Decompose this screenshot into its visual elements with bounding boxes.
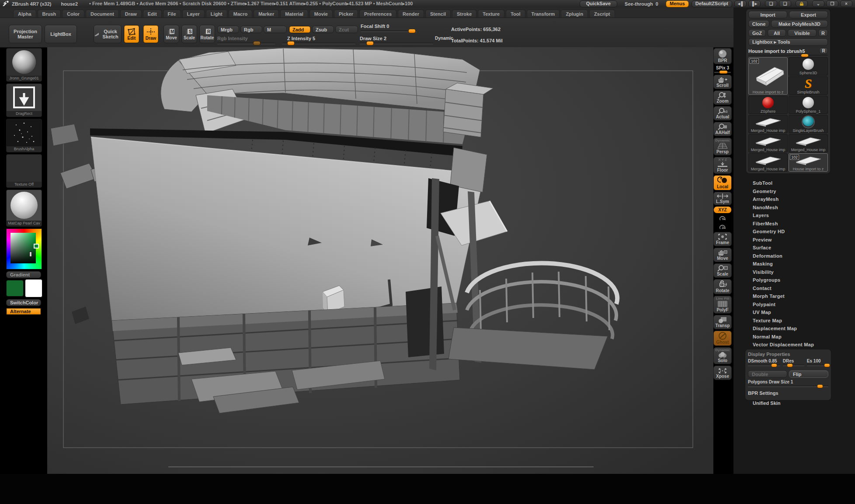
section-polypaint[interactable]: Polypaint (753, 300, 849, 309)
make-polymesh3d-button[interactable]: Make PolyMesh3D (771, 20, 828, 28)
scale-button[interactable]: S Scale (181, 25, 197, 43)
tool-r-button[interactable]: R (819, 48, 828, 54)
focal-shift-slider[interactable]: Focal Shift 0 (361, 24, 417, 32)
close-icon[interactable]: × (840, 0, 852, 7)
polygons-draw-size-slider[interactable]: Polygons Draw Size 1 (748, 380, 828, 387)
menu-marker[interactable]: Marker (254, 10, 279, 17)
draw-size-slider[interactable]: Draw Size 2 (360, 36, 433, 44)
rotate-button[interactable]: R Rotate (199, 25, 215, 43)
current-alpha[interactable]: BrushAlpha (6, 119, 42, 152)
menu-color[interactable]: Color (62, 10, 84, 17)
lightbox-tools-button[interactable]: Lightbox ▸ Tools (748, 38, 828, 46)
window-layer-back-icon[interactable]: ❏ (765, 0, 777, 7)
menu-document[interactable]: Document (86, 10, 119, 17)
shift-left-icon[interactable]: ◄▌ (734, 0, 747, 7)
default-zscript-button[interactable]: DefaultZScript (692, 0, 732, 7)
l-sym-button[interactable]: L.Sym (713, 192, 732, 205)
section-subtool[interactable]: SubTool (753, 179, 849, 187)
edit-button[interactable]: Edit (124, 25, 139, 43)
ghost-button[interactable]: Ghost (713, 331, 732, 346)
current-brush[interactable]: Jronn_Grunge01 (6, 48, 42, 82)
quicksave-button[interactable]: QuickSave (580, 0, 617, 7)
see-through-label[interactable]: See-through (625, 1, 653, 7)
tool-thumb-7[interactable]: Merged_House imp (748, 134, 788, 152)
lock-icon[interactable] (796, 0, 808, 7)
scale-button[interactable]: Scale (713, 263, 732, 278)
secondary-color-swatch[interactable] (25, 279, 42, 297)
viewport-canvas[interactable] (47, 47, 713, 474)
window-layer-front-icon[interactable]: ❏ (779, 0, 791, 7)
move-button[interactable]: M Move (163, 25, 179, 43)
rgb-intensity-slider[interactable]: Rgb Intensity (217, 36, 275, 44)
tool-thumb-4[interactable]: PolySphere_1 (789, 96, 828, 114)
frame-button[interactable]: Frame (713, 232, 732, 246)
main-color-swatch[interactable] (6, 280, 24, 297)
menu-stroke[interactable]: Stroke (452, 10, 476, 17)
section-masking[interactable]: Masking (753, 260, 849, 268)
color-picker[interactable] (6, 228, 42, 269)
tool-thumb-0[interactable]: 102House import to z (748, 57, 788, 95)
menu-zscript[interactable]: Zscript (589, 10, 615, 17)
menu-draw[interactable]: Draw (120, 10, 142, 17)
floor-button[interactable]: X Y ZFloor (713, 157, 732, 174)
spix-slider[interactable]: SPix 3 (713, 66, 732, 73)
menu-material[interactable]: Material (280, 10, 308, 17)
display-properties-title[interactable]: Display Properties (748, 352, 828, 357)
menu-macro[interactable]: Macro (229, 10, 252, 17)
menu-tool[interactable]: Tool (506, 10, 525, 17)
restore-icon[interactable]: ❐ (826, 0, 838, 7)
current-texture[interactable]: Texture Off (6, 154, 42, 188)
section-nanomesh[interactable]: NanoMesh (753, 204, 849, 212)
polyf-button[interactable]: Line FillPolyF (713, 296, 732, 314)
solo-button[interactable]: DynamicSolo (713, 347, 732, 364)
menu-alpha[interactable]: Alpha (13, 10, 36, 17)
section-visibility[interactable]: Visibility (753, 268, 849, 276)
tool-thumb-1[interactable]: Sphere3D (789, 57, 828, 76)
dres-slider[interactable]: DRes (783, 359, 804, 366)
current-stroke[interactable]: DragRect (6, 83, 42, 117)
section-layers[interactable]: Layers (753, 211, 849, 220)
es-slider[interactable]: Es 100 (807, 359, 828, 366)
section-normal-map[interactable]: Normal Map (753, 333, 849, 341)
section-vector-displacement-map[interactable]: Vector Displacement Map (753, 341, 849, 349)
switchcolor-button[interactable]: SwitchColor (6, 299, 41, 306)
section-geometry[interactable]: Geometry (753, 187, 849, 196)
zadd-button[interactable]: Zadd (289, 26, 311, 33)
double-button[interactable]: Double (748, 370, 787, 378)
menus-button[interactable]: Menus (666, 0, 689, 7)
menu-movie[interactable]: Movie (309, 10, 333, 17)
goz-visible-button[interactable]: Visible (788, 29, 817, 37)
clone-button[interactable]: Clone (748, 20, 769, 28)
section-geometry-hd[interactable]: Geometry HD (753, 228, 849, 236)
actual-button[interactable]: x1Actual (713, 106, 732, 121)
alternate-button[interactable]: Alternate (6, 308, 41, 315)
goz-r-button[interactable]: R (818, 29, 828, 37)
section-texture-map[interactable]: Texture Map (753, 317, 849, 325)
tool-thumb-10[interactable]: 102House import to z (789, 153, 828, 172)
local-button[interactable]: Local (713, 175, 732, 190)
xyz-rotation-button[interactable]: XYZ (714, 207, 731, 213)
m-button[interactable]: M (264, 26, 287, 33)
persp-button[interactable]: DynamicPersp (713, 138, 732, 155)
menu-preferences[interactable]: Preferences (359, 10, 396, 17)
shift-right-icon[interactable]: ▐► (748, 0, 761, 7)
tool-thumb-3[interactable]: ZSphere (748, 96, 788, 114)
section-contact[interactable]: Contact (753, 284, 849, 293)
gradient-button[interactable]: Gradient (6, 271, 41, 278)
projection-master-button[interactable]: Projection Master (9, 25, 42, 43)
menu-render[interactable]: Render (398, 10, 424, 17)
tool-scrollbar[interactable] (748, 55, 828, 56)
dynamic-label[interactable]: Dynamic (435, 36, 453, 41)
bpr-button[interactable]: BPR (713, 48, 732, 64)
bpr-settings-section[interactable]: BPR Settings (748, 390, 828, 396)
section-arraymesh[interactable]: ArrayMesh (753, 195, 849, 204)
tool-thumb-6[interactable]: SingleLayerBrush (789, 115, 828, 133)
goz-all-button[interactable]: All (768, 29, 786, 37)
section-displacement-map[interactable]: Displacement Map (753, 324, 849, 333)
export-button[interactable]: Export (789, 11, 828, 18)
draw-button[interactable]: Draw (143, 25, 159, 43)
menu-texture[interactable]: Texture (478, 10, 504, 17)
tool-thumb-2[interactable]: SSimpleBrush (789, 76, 828, 95)
menu-file[interactable]: File (163, 10, 181, 17)
menu-transform[interactable]: Transform (527, 10, 560, 17)
